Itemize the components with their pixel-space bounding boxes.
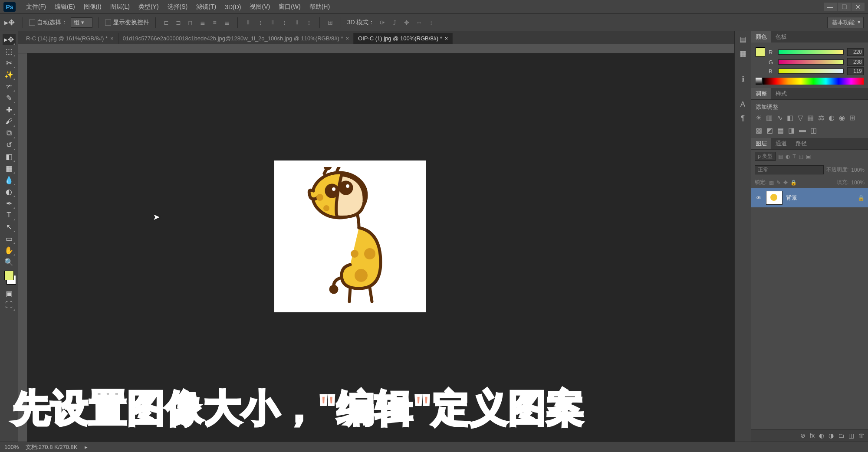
tab-channels[interactable]: 通道 bbox=[771, 138, 791, 149]
filter-smart-icon[interactable]: ▣ bbox=[806, 154, 811, 160]
adjustment-layer-icon[interactable]: ◑ bbox=[829, 432, 834, 439]
visibility-icon[interactable]: 👁 bbox=[755, 195, 763, 201]
foreground-swatch[interactable] bbox=[4, 271, 14, 280]
menu-select[interactable]: 选择(S) bbox=[163, 3, 192, 11]
menu-help[interactable]: 帮助(H) bbox=[305, 3, 334, 11]
align-top-icon[interactable]: ⊏ bbox=[162, 18, 171, 27]
invert-icon[interactable]: ◩ bbox=[766, 126, 773, 134]
minimize-button[interactable]: — bbox=[824, 3, 837, 11]
type-tool[interactable]: T bbox=[3, 210, 16, 221]
hue-icon[interactable]: ▦ bbox=[807, 114, 814, 122]
r-value[interactable]: 220 bbox=[847, 48, 864, 56]
lock-brush-icon[interactable]: ✎ bbox=[776, 180, 781, 186]
dist-icon[interactable]: ⫴ bbox=[293, 18, 301, 27]
tab-swatches[interactable]: 色板 bbox=[771, 31, 791, 43]
info-icon[interactable]: ℹ bbox=[742, 75, 744, 84]
menu-3d[interactable]: 3D(D) bbox=[220, 3, 245, 10]
auto-select-dropdown[interactable]: 组 ▾ bbox=[71, 17, 92, 28]
g-slider[interactable] bbox=[778, 59, 844, 65]
b-slider[interactable] bbox=[778, 69, 844, 74]
lookup-icon[interactable]: ▩ bbox=[756, 126, 762, 134]
dodge-tool[interactable]: ◐ bbox=[3, 186, 16, 197]
blur-tool[interactable]: 💧 bbox=[3, 174, 16, 186]
levels-icon[interactable]: ▥ bbox=[766, 114, 773, 122]
move-tool[interactable]: ▸✥ bbox=[3, 34, 16, 45]
dist-icon[interactable]: ⫶ bbox=[280, 18, 289, 27]
tab-color[interactable]: 颜色 bbox=[751, 31, 771, 43]
blend-mode[interactable]: 正常 bbox=[755, 165, 824, 174]
close-icon[interactable]: × bbox=[345, 35, 349, 42]
document-canvas[interactable] bbox=[274, 160, 426, 312]
character-icon[interactable]: A bbox=[740, 100, 745, 109]
hand-tool[interactable]: ✋ bbox=[3, 245, 16, 256]
filter-shape-icon[interactable]: ◰ bbox=[799, 154, 803, 160]
layer-thumb[interactable] bbox=[766, 191, 783, 205]
3d-roll-icon[interactable]: ⤴ bbox=[390, 18, 399, 27]
auto-select-check[interactable]: 自动选择： bbox=[29, 19, 67, 26]
g-value[interactable]: 238 bbox=[847, 58, 864, 66]
dist-icon[interactable]: ⫴ bbox=[268, 18, 277, 27]
tab-1[interactable]: R-C (14).jpg @ 161%(RGB/8#) *× bbox=[22, 33, 118, 44]
threshold-icon[interactable]: ◨ bbox=[788, 126, 795, 134]
show-transform-check[interactable]: 显示变换控件 bbox=[105, 19, 149, 26]
fill-value[interactable]: 100% bbox=[851, 180, 865, 186]
color-swatch[interactable] bbox=[756, 47, 765, 57]
paragraph-icon[interactable]: ¶ bbox=[741, 114, 745, 123]
opacity-value[interactable]: 100% bbox=[851, 167, 865, 173]
spectrum-bar[interactable] bbox=[756, 78, 864, 85]
actions-icon[interactable]: ▦ bbox=[740, 49, 746, 58]
lock-move-icon[interactable]: ✥ bbox=[783, 180, 788, 186]
tab-adjust[interactable]: 调整 bbox=[751, 88, 771, 99]
balance-icon[interactable]: ⚖ bbox=[818, 114, 824, 122]
lock-all-icon[interactable]: 🔒 bbox=[790, 180, 797, 186]
workspace-switcher[interactable]: 基本功能 bbox=[827, 17, 864, 28]
marquee-tool[interactable]: ⬚ bbox=[3, 46, 16, 57]
exposure-icon[interactable]: ◧ bbox=[787, 114, 793, 122]
wand-tool[interactable]: ✨ bbox=[3, 69, 16, 80]
3d-zoom-icon[interactable]: ↕ bbox=[427, 18, 435, 27]
posterize-icon[interactable]: ▤ bbox=[777, 126, 784, 134]
eyedropper-tool[interactable]: ✎ bbox=[3, 92, 16, 104]
menu-file[interactable]: 文件(F) bbox=[22, 3, 50, 11]
quickmask-tool[interactable]: ▣ bbox=[3, 288, 16, 299]
tab-2[interactable]: 01d19c57766e2a0000018c1bede42b.jpg@1280w… bbox=[118, 33, 354, 44]
shape-tool[interactable]: ▭ bbox=[3, 233, 16, 244]
align-left-icon[interactable]: ≣ bbox=[198, 18, 207, 27]
3d-orbit-icon[interactable]: ⟳ bbox=[378, 18, 387, 27]
crop-tool[interactable]: ✃ bbox=[3, 81, 16, 92]
menu-image[interactable]: 图像(I) bbox=[79, 3, 106, 11]
align-vcenter-icon[interactable]: ⊐ bbox=[174, 18, 183, 27]
auto-align-icon[interactable]: ⊞ bbox=[326, 18, 335, 27]
align-hcenter-icon[interactable]: ≡ bbox=[210, 18, 219, 27]
filter-type-icon[interactable]: T bbox=[792, 154, 796, 160]
3d-pan-icon[interactable]: ✥ bbox=[402, 18, 411, 27]
group-icon[interactable]: 🗀 bbox=[838, 432, 844, 439]
status-arrow-icon[interactable]: ▸ bbox=[85, 444, 88, 450]
heal-tool[interactable]: ✚ bbox=[3, 104, 16, 115]
b-value[interactable]: 119 bbox=[847, 67, 864, 75]
layer-name[interactable]: 背景 bbox=[786, 194, 797, 202]
menu-type[interactable]: 类型(Y) bbox=[134, 3, 163, 11]
dist-icon[interactable]: ⫴ bbox=[244, 18, 253, 27]
zoom-value[interactable]: 100% bbox=[4, 444, 19, 450]
stamp-tool[interactable]: ⧉ bbox=[3, 128, 16, 139]
mask-icon[interactable]: ◐ bbox=[819, 432, 824, 439]
screenmode-tool[interactable]: ⛶ bbox=[3, 300, 16, 311]
close-icon[interactable]: × bbox=[445, 35, 448, 42]
brush-tool[interactable]: 🖌 bbox=[3, 116, 16, 127]
close-button[interactable]: ✕ bbox=[852, 3, 865, 11]
maximize-button[interactable]: ☐ bbox=[838, 3, 851, 11]
history-brush-tool[interactable]: ↺ bbox=[3, 139, 16, 151]
dist-icon[interactable]: ⫶ bbox=[305, 18, 313, 27]
tab-paths[interactable]: 路径 bbox=[791, 138, 811, 149]
tab-styles[interactable]: 样式 bbox=[771, 88, 791, 99]
photo-filter-icon[interactable]: ◉ bbox=[839, 114, 845, 122]
tab-3[interactable]: OIP-C (1).jpg @ 100%(RGB/8#) *× bbox=[354, 33, 453, 44]
menu-view[interactable]: 视图(V) bbox=[245, 3, 274, 11]
dist-icon[interactable]: ⫶ bbox=[256, 18, 265, 27]
link-icon[interactable]: ⊘ bbox=[800, 432, 806, 439]
path-tool[interactable]: ↖ bbox=[3, 221, 16, 233]
menu-window[interactable]: 窗口(W) bbox=[274, 3, 305, 11]
layer-row[interactable]: 👁 背景 🔒 bbox=[751, 188, 868, 207]
new-layer-icon[interactable]: ◫ bbox=[848, 432, 854, 439]
